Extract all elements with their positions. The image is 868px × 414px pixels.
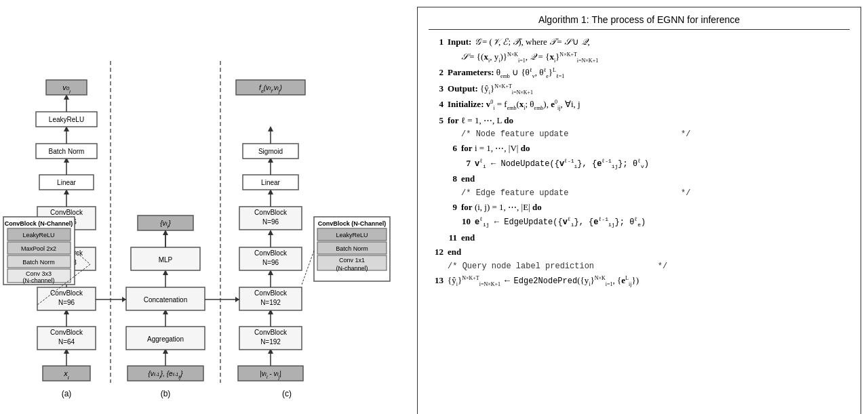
diagram-panel: xi ConvBlock N=64 ConvBlock N=96 ConvBlo… [0,0,417,414]
algo-line-9: 9 for (i, j) = 1, ⋯, |E| do [429,201,850,214]
convblock-256: ConvBlock [50,209,83,216]
algo-text-c2: /* Edge feature update */ [461,187,850,199]
algo-line-2: 2 Parameters: θemb ∪ {θℓv, θℓe}Lℓ=1 [429,66,850,81]
svg-marker-67 [268,126,273,131]
legend-conv3x3-1: Conv 3x3 [26,270,52,277]
algo-comment-query: /* Query node label prediction */ [429,260,850,272]
convblock-192-c2: ConvBlock [254,289,288,297]
algo-num-6: 6 [442,142,457,155]
algo-text-3: Output: {ŷi}N×K+Ti=N×K+1 [448,82,850,97]
legend-conv3x3-2: (N-channel) [22,277,54,284]
convblock-192-c1: ConvBlock [254,329,288,336]
svg-marker-58 [268,230,273,235]
linear-c: Linear [261,179,280,186]
algo-line-13: 13 {ŷi}N×K+Ti=N×K+1 ← Edge2NodePred({yi}… [429,274,850,289]
algo-line-4: 4 Initialize: v0i = femb(xi; θemb), e0ij… [429,98,850,112]
batchnorm-a: Batch Norm [48,148,84,155]
algo-text-1b: 𝒮 = {(xi, yi)}N×Ki=1, 𝒬 = {xi}N×K+Ti=N×K… [461,50,850,65]
legend-maxpool: MaxPool 2x2 [21,245,56,252]
algo-num-3: 3 [429,82,443,96]
label-a: (a) [61,389,71,398]
label-b: (b) [160,389,170,398]
algo-line-1: 1 Input: 𝒢 = (𝒱, ℰ; 𝒯), where 𝒯 = 𝒮 ∪ 𝒬, [429,35,850,49]
convblock-96-c1-n: N=96 [262,259,279,266]
algo-num-13: 13 [429,274,443,287]
algo-text-11: end [461,231,850,245]
algo-text-1: Input: 𝒢 = (𝒱, ℰ; 𝒯), where 𝒯 = 𝒮 ∪ 𝒬, [448,35,850,49]
algo-num-5: 5 [429,114,443,127]
algo-comment-edge: /* Edge feature update */ [429,187,850,199]
algo-num-12: 12 [429,245,443,259]
algo-line-8: 8 end [429,172,850,186]
algo-text-c1: /* Node feature update */ [461,128,850,140]
algo-text-c3: /* Query node label prediction */ [448,260,850,272]
sigmoid-c: Sigmoid [258,148,282,155]
algo-num-2: 2 [429,66,443,79]
legend-c-conv1x1-1: Conv 1x1 [339,257,365,264]
algo-num-7: 7 [456,157,471,170]
linear-a: Linear [57,179,76,186]
algo-line-7: 7 vℓi ← NodeUpdate({vℓ-1i}, {eℓ-1ij}; θℓ… [429,157,850,171]
algo-line-5: 5 for ℓ = 1, ⋯, L do [429,114,850,127]
svg-marker-78 [235,297,239,302]
convblock-96-c1: ConvBlock [254,249,288,257]
convblock-96-c2-n: N=96 [262,218,279,226]
legend-batchnorm: Batch Norm [22,259,55,266]
algo-num-8: 8 [442,172,457,186]
concatenation: Concatenation [143,296,187,304]
algo-text-12: end [448,245,850,259]
convblock-legend-c-title: ConvBlock (N-Channel) [317,220,386,227]
algo-text-7: vℓi ← NodeUpdate({vℓ-1i}, {eℓ-1ij}; θℓv) [475,157,850,171]
mlp: MLP [158,256,172,264]
legend-leakyrelu: LeakyReLU [22,232,54,239]
leakyrelu-a: LeakyReLU [48,116,83,123]
algo-line-1b: 𝒮 = {(xi, yi)}N×Ki=1, 𝒬 = {xi}N×K+Ti=N×K… [429,50,850,65]
convblock-96-c2: ConvBlock [254,209,288,216]
algorithm-title: Algorithm 1: The process of EGNN for inf… [429,14,850,30]
convblock-96a-n: N=96 [58,299,75,306]
algo-line-10: 10 eℓij ← EdgeUpdate({vℓi}, {eℓ-1ij}; θℓ… [429,215,850,229]
algo-text-5: for ℓ = 1, ⋯, L do [448,114,850,127]
convblock-64: ConvBlock [50,329,83,336]
algorithm-panel: Algorithm 1: The process of EGNN for inf… [417,7,861,414]
algo-line-12: 12 end [429,245,850,259]
algo-title-normal: The process of EGNN for inference [591,14,740,25]
algo-text-8: end [461,172,850,186]
algo-num-9: 9 [442,201,457,214]
convblock-96a: ConvBlock [50,289,83,297]
svg-marker-76 [122,297,126,302]
algo-line-6: 6 for i = 1, ⋯, |V| do [429,142,850,155]
convblock-192-c1-n: N=192 [260,338,281,346]
algo-text-10: eℓij ← EdgeUpdate({vℓi}, {eℓ-1ij}; θℓe) [475,215,850,229]
algo-text-13: {ŷi}N×K+Ti=N×K+1 ← Edge2NodePred({yi}N×K… [448,274,850,289]
algo-num-11: 11 [442,231,457,245]
svg-line-73 [302,251,314,285]
algo-comment-node: /* Node feature update */ [429,128,850,140]
algo-text-4: Initialize: v0i = femb(xi; θemb), e0ij, … [448,98,850,112]
legend-c-batchnorm: Batch Norm [336,245,368,252]
architecture-diagram: xi ConvBlock N=64 ConvBlock N=96 ConvBlo… [2,7,416,407]
legend-c-leakyrelu: LeakyReLU [336,232,368,239]
legend-c-conv1x1-2: (N-channel) [336,265,368,272]
algo-num-10: 10 [456,215,471,228]
convblock-192-c2-n: N=192 [260,299,281,306]
algo-num-1: 1 [429,35,443,49]
convblock-legend-title: ConvBlock (N-Channel) [4,220,73,227]
algo-text-9: for (i, j) = 1, ⋯, |E| do [461,201,850,214]
algo-line-11: 11 end [429,231,850,245]
convblock-64-n: N=64 [58,338,75,346]
algo-line-3: 3 Output: {ŷi}N×K+Ti=N×K+1 [429,82,850,97]
aggregation: Aggregation [147,335,184,343]
algo-text-2: Parameters: θemb ∪ {θℓv, θℓe}Lℓ=1 [448,66,850,81]
algo-num-4: 4 [429,98,443,111]
algo-title-bold: Algorithm 1: [538,14,589,25]
label-c: (c) [282,389,292,398]
algo-text-6: for i = 1, ⋯, |V| do [461,142,850,155]
